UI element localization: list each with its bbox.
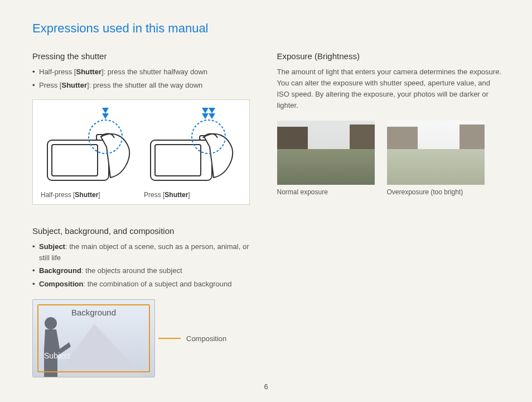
shutter-heading: Pressing the shutter [32,51,257,61]
composition-diagram-row: Background Subject Composition [32,299,257,377]
normal-exposure-item: Normal exposure [277,121,375,196]
shutter-bullet-1: Half-press [Shutter]: press the shutter … [32,66,257,78]
page-number: 6 [0,382,532,391]
svg-marker-10 [202,108,209,113]
subject-section: Subject, background, and composition Sub… [32,226,257,377]
over-exposure-item: Overexposure (too bright) [387,121,485,196]
svg-marker-5 [102,113,109,119]
composition-leader-line [158,338,181,339]
subject-bullet-3: Composition: the combination of a subjec… [32,279,257,290]
shutter-bullet-2: Press [Shutter]: press the shutter all t… [32,80,257,91]
svg-marker-11 [202,113,209,119]
svg-marker-12 [209,108,215,113]
subject-bullet-1: Subject: the main object of a scene, suc… [32,241,257,263]
right-column: Exposure (Brightness) The amount of ligh… [277,51,502,377]
subject-bullets: Subject: the main object of a scene, suc… [32,241,257,289]
shutter-bullets: Half-press [Shutter]: press the shutter … [32,66,257,90]
full-press-caption: Press [Shutter] [144,191,241,199]
half-press-diagram: Half-press [Shutter] [41,108,138,199]
exposure-paragraph: The amount of light that enters your cam… [277,66,502,112]
page-title: Expressions used in this manual [32,21,501,36]
subject-bullet-2: Background: the objects around the subje… [32,265,257,276]
normal-exposure-photo [277,121,375,185]
exposure-heading: Exposure (Brightness) [277,51,502,61]
shutter-diagram-box: Half-press [Shutter] [32,99,250,205]
svg-rect-7 [155,145,201,176]
half-press-caption: Half-press [Shutter] [41,191,138,199]
subject-heading: Subject, background, and composition [32,226,257,236]
composition-diagram: Background Subject [32,299,155,377]
background-label: Background [33,308,154,317]
content-columns: Pressing the shutter Half-press [Shutter… [32,51,501,377]
exposure-images: Normal exposure Overexposure (too bright… [277,121,502,196]
composition-label: Composition [186,334,226,343]
svg-rect-1 [52,145,98,176]
full-press-diagram: Press [Shutter] [144,108,241,199]
subject-label: Subject [44,351,70,360]
svg-marker-4 [102,108,109,113]
svg-marker-13 [209,113,215,119]
left-column: Pressing the shutter Half-press [Shutter… [32,51,257,377]
over-exposure-photo [387,121,485,185]
normal-exposure-caption: Normal exposure [277,188,375,196]
over-exposure-caption: Overexposure (too bright) [387,188,485,196]
